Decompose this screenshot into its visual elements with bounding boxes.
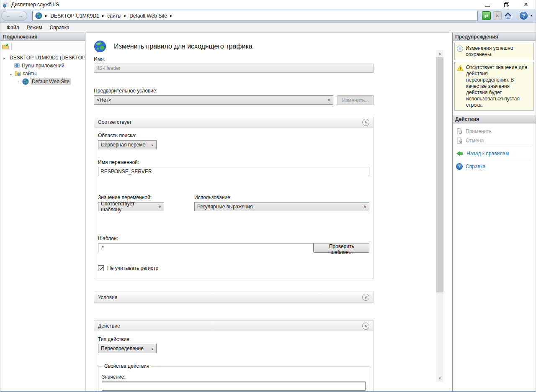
cancel-label: Отмена [466,138,484,143]
scroll-down-icon[interactable]: ∨ [436,375,443,382]
actions-separator [456,147,532,147]
action-type-select[interactable]: Переопределение ∨ [98,344,157,353]
action-properties-legend: Свойства действия [103,363,151,369]
variable-value-select[interactable]: Соответствует шаблону ∨ [98,202,164,211]
breadcrumb-default-web-site[interactable]: Default Web Site [129,13,167,19]
chevron-down-icon[interactable]: ⌄ [9,71,13,76]
ignore-case-checkbox[interactable] [98,265,104,271]
breadcrumb-sites[interactable]: сайты [107,13,121,19]
precondition-label: Предварительное условие: [94,88,374,94]
help-caret-icon[interactable]: ▾ [531,14,532,18]
match-section-title: Соответствует [98,119,131,125]
expand-icon[interactable]: ∨ [362,294,369,301]
breadcrumb[interactable]: ▶ DESKTOP-U1MK9D1 ▶ сайты ▶ Default Web … [32,11,478,21]
warnings-header: Предупреждения [453,33,536,41]
address-bar: ← → ▶ DESKTOP-U1MK9D1 ▶ сайты ▶ Default … [0,9,536,23]
help-icon[interactable]: ? [520,12,528,20]
actions-separator [456,160,532,160]
right-panel: Предупреждения i Изменения успешно сохра… [452,33,536,391]
chevron-down-icon: ∨ [151,346,154,351]
precondition-value: <Нет> [97,97,111,103]
chevron-down-icon: ∨ [158,205,161,209]
collapse-icon[interactable]: ∧ [362,323,369,330]
tree-item-app-pools[interactable]: Пулы приложений [0,61,85,69]
crumb-arrow-icon: ▶ [170,14,172,18]
match-section: Соответствует ∧ Область поиска: Серверна… [94,117,374,279]
back-to-rules-label: Назад к правилам [466,151,509,156]
tree-item-server[interactable]: ⌄ DESKTOP-U1MK9D1 (DESKTOP [0,54,85,61]
apply-action: Применить [456,127,532,136]
tree-item-label: Пулы приложений [22,63,64,69]
chevron-down-icon[interactable]: ⌄ [2,55,6,60]
apply-label: Применить [466,128,492,134]
site-globe-icon [22,78,29,85]
help-link[interactable]: ? Справка [456,162,532,171]
scrollbar-track[interactable] [436,57,443,375]
variable-name-field[interactable] [98,167,369,176]
scroll-up-icon[interactable]: ∧ [436,50,443,57]
using-label: Использование: [194,195,369,200]
action-section-title: Действие [98,323,120,329]
pattern-field[interactable] [98,243,314,252]
info-icon: i [457,46,463,52]
vertical-scrollbar[interactable]: ∧ ∨ [436,50,443,382]
refresh-icon[interactable]: ⇄ [482,11,491,20]
tree-item-sites[interactable]: ⌄ сайты [0,69,85,77]
window-title: Диспетчер служб IIS [11,2,478,8]
apply-doc-check-icon [456,128,463,135]
action-value-field[interactable] [102,382,366,391]
toolbar-separator [11,43,12,50]
back-icon[interactable]: ← [5,13,11,19]
menu-file[interactable]: Файл [3,23,23,32]
back-arrow-icon [456,150,464,157]
warning-alert: Отсутствует значение для действия переоп… [454,62,534,111]
action-type-label: Тип действия: [98,336,369,342]
tree-item-label: DESKTOP-U1MK9D1 (DESKTOP [10,55,85,61]
minimize-button[interactable] [478,0,497,9]
collapse-icon[interactable]: ∧ [362,119,369,126]
globe-icon [35,12,42,19]
connections-header: Подключения [0,33,85,41]
nav-buttons: ← → [1,11,27,21]
help-circle-icon: ? [456,163,463,170]
menu-help[interactable]: Справка [46,23,73,32]
action-properties-group: Свойства действия Значение: Заменить дей… [98,363,369,392]
action-section: Действие ∧ Тип действия: Переопределение… [94,320,374,392]
action-value-label: Значение: [102,374,366,380]
crumb-arrow-icon: ▶ [102,14,104,18]
back-to-rules-link[interactable]: Назад к правилам [456,149,532,158]
using-value: Регулярные выражения [197,204,253,210]
toolbar-separator [516,12,516,20]
tree-item-default-web-site[interactable]: › Default Web Site [0,77,85,85]
using-select[interactable]: Регулярные выражения ∨ [194,202,369,211]
main-content: Изменить правило для исходящего трафика … [85,33,450,391]
chevron-down-icon: ∨ [151,143,154,147]
scope-select[interactable]: Серверная переменн ∨ [98,140,157,149]
app-icon [3,1,9,8]
warning-icon [457,65,464,108]
chevron-right-icon[interactable]: › [16,79,21,84]
name-label: Имя: [94,56,374,62]
warning-alert-text: Отсутствует значение для действия переоп… [466,64,531,108]
restore-button[interactable] [497,0,516,9]
menu-bar: Файл Режим Справка [0,23,536,33]
scope-label: Область поиска: [98,133,369,138]
edit-precondition-button: Изменить... [338,95,374,105]
conditions-section: Условия ∨ [94,292,374,303]
breadcrumb-server[interactable]: DESKTOP-U1MK9D1 [50,13,99,19]
title-bar: Диспетчер служб IIS × [0,0,536,9]
actions-header: Действия [453,115,536,123]
save-connection-icon[interactable] [2,43,9,50]
close-button[interactable]: × [516,0,536,9]
forward-icon[interactable]: → [18,13,23,19]
variable-value-label: Значение переменной: [98,195,164,200]
scrollbar-thumb[interactable] [436,57,443,292]
menu-view[interactable]: Режим [23,23,46,32]
pattern-label: Шаблон: [98,236,369,241]
test-pattern-button[interactable]: Проверить шаблон... [314,243,369,253]
stop-icon: × [493,11,502,20]
tree-item-label-selected: Default Web Site [31,78,71,85]
precondition-select[interactable]: <Нет> ∨ [94,95,333,105]
home-icon[interactable] [504,11,513,20]
cancel-doc-x-icon [456,137,463,144]
